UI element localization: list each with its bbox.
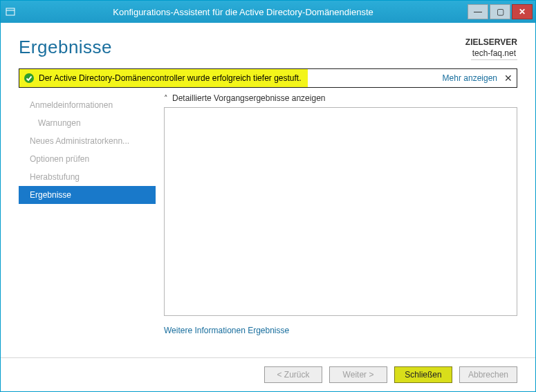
close-button[interactable]: Schließen (394, 366, 452, 383)
cancel-button: Abbrechen (459, 366, 517, 383)
back-button: < Zurück (264, 366, 322, 383)
chevron-up-icon: ˄ (164, 95, 168, 102)
success-icon (24, 73, 35, 84)
nav-item-credentials: Anmeldeinformationen (19, 96, 156, 114)
wizard-footer: < Zurück Weiter > Schließen Abbrechen (1, 357, 535, 391)
wizard-body: Anmeldeinformationen Warnungen Neues Adm… (1, 88, 535, 336)
target-server: ZIELSERVER tech-faq.net (465, 37, 517, 60)
nav-item-results[interactable]: Ergebnisse (19, 186, 156, 204)
details-expander-label: Detaillierte Vorgangsergebnisse anzeigen (172, 93, 325, 103)
banner-close-icon[interactable]: ✕ (504, 73, 517, 84)
nav-item-warnings: Warnungen (19, 114, 156, 132)
result-banner: Der Active Directory-Domänencontroller w… (19, 68, 517, 88)
nav-item-demotion: Herabstufung (19, 168, 156, 186)
wizard-content: ˄ Detaillierte Vorgangsergebnisse anzeig… (156, 91, 517, 336)
show-more-link[interactable]: Mehr anzeigen (436, 73, 504, 83)
title-bar: Konfigurations-Assistent für die Active … (1, 1, 535, 23)
next-button: Weiter > (329, 366, 387, 383)
system-menu-icon[interactable] (1, 7, 20, 17)
details-textbox[interactable] (164, 107, 517, 316)
page-title: Ergebnisse (19, 37, 112, 58)
result-message-wrap: Der Active Directory-Domänencontroller w… (19, 69, 308, 87)
maximize-button[interactable]: ▢ (490, 4, 510, 19)
minimize-button[interactable]: — (468, 4, 488, 19)
more-info-link[interactable]: Weitere Informationen Ergebnisse (164, 326, 289, 335)
wizard-header: Ergebnisse ZIELSERVER tech-faq.net (1, 23, 535, 64)
step-nav: Anmeldeinformationen Warnungen Neues Adm… (19, 91, 156, 336)
details-expander[interactable]: ˄ Detaillierte Vorgangsergebnisse anzeig… (164, 93, 517, 103)
window-title: Konfigurations-Assistent für die Active … (20, 7, 466, 17)
nav-item-review: Optionen prüfen (19, 150, 156, 168)
svg-rect-0 (6, 8, 15, 15)
wizard-window: Konfigurations-Assistent für die Active … (0, 0, 536, 392)
target-server-label: ZIELSERVER (465, 37, 517, 48)
target-server-value: tech-faq.net (471, 48, 517, 60)
nav-item-newadminpw: Neues Administratorkenn... (19, 132, 156, 150)
window-close-button[interactable]: ✕ (512, 4, 533, 19)
svg-point-2 (24, 73, 34, 83)
result-message: Der Active Directory-Domänencontroller w… (39, 73, 302, 83)
caption-buttons: — ▢ ✕ (466, 4, 533, 19)
